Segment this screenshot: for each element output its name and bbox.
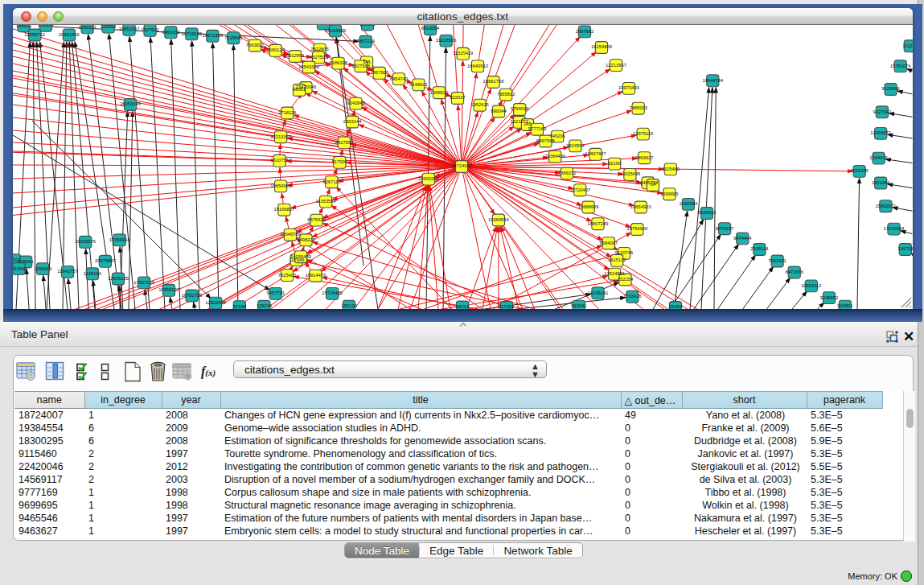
svg-text:662041: 662041 [571,303,586,308]
svg-text:10654112: 10654112 [801,283,821,288]
svg-text:1733426: 1733426 [623,294,642,299]
svg-text:20364436: 20364436 [544,154,565,159]
svg-text:14099489: 14099489 [290,254,311,259]
svg-text:12093872: 12093872 [870,130,891,135]
svg-text:19654923: 19654923 [630,204,651,209]
svg-text:11353594: 11353594 [315,199,336,204]
svg-text:1621064: 1621064 [872,180,890,185]
svg-text:9227342: 9227342 [873,109,892,114]
svg-text:62160: 62160 [608,161,621,166]
svg-text:6794028: 6794028 [511,106,529,111]
svg-text:8660124: 8660124 [266,47,285,52]
svg-text:8215955: 8215955 [850,168,869,173]
svg-text:16914479: 16914479 [305,273,326,278]
svg-text:111243: 111243 [903,43,913,48]
svg-text:7485003: 7485003 [629,105,647,110]
svg-text:3267110: 3267110 [322,179,340,184]
svg-text:17359914: 17359914 [109,237,131,242]
svg-text:2822605: 2822605 [310,47,329,51]
svg-text:7663822: 7663822 [246,43,265,47]
svg-text:15716485: 15716485 [322,290,343,295]
svg-text:7386372: 7386372 [558,171,577,175]
svg-text:8427552: 8427552 [335,140,354,145]
svg-text:9474444: 9474444 [733,236,752,241]
svg-text:6879197: 6879197 [716,226,734,231]
svg-text:7625402: 7625402 [278,273,297,278]
svg-text:7955812: 7955812 [497,92,515,97]
svg-text:9129966: 9129966 [881,86,900,91]
svg-text:210653: 210653 [101,25,116,29]
svg-text:1615132: 1615132 [608,257,626,262]
svg-text:9327508: 9327508 [351,64,370,68]
svg-text:16033809: 16033809 [325,28,346,33]
svg-text:18724007: 18724007 [451,163,472,168]
svg-text:924501: 924501 [837,303,852,308]
svg-text:10807487: 10807487 [585,151,606,156]
svg-text:9115460: 9115460 [662,167,680,171]
svg-text:8471676: 8471676 [785,270,803,274]
svg-text:1362615: 1362615 [470,102,489,107]
svg-text:13524851: 13524851 [604,271,625,276]
svg-text:19218506: 19218506 [436,38,457,43]
svg-text:283914: 283914 [38,25,54,27]
svg-text:19654985: 19654985 [270,183,291,188]
svg-text:1145194: 1145194 [84,271,102,276]
svg-text:517006: 517006 [332,159,347,164]
svg-text:7515546: 7515546 [224,35,243,40]
svg-text:15751074: 15751074 [890,64,912,68]
svg-text:10025438: 10025438 [620,171,641,176]
svg-text:9242843: 9242843 [347,101,365,105]
svg-text:16648784: 16648784 [702,78,724,83]
svg-text:12942757: 12942757 [57,269,78,274]
svg-text:8186328: 8186328 [329,60,347,65]
svg-text:9699695: 9699695 [660,192,679,196]
svg-text:16154808: 16154808 [591,44,612,49]
svg-text:12923446: 12923446 [205,300,226,305]
svg-text:20206576: 20206576 [75,239,96,244]
svg-text:12213369: 12213369 [270,134,291,139]
svg-text:12055712: 12055712 [24,32,45,37]
svg-text:3824554: 3824554 [566,143,585,148]
svg-text:9120746: 9120746 [615,250,634,255]
svg-text:1588520: 1588520 [430,90,449,95]
svg-text:8878334: 8878334 [307,217,326,222]
svg-text:14136141: 14136141 [588,290,609,295]
svg-text:2093719: 2093719 [314,25,333,26]
svg-text:10046786: 10046786 [280,232,301,237]
svg-text:8938923: 8938923 [698,210,717,215]
svg-text:12905135: 12905135 [108,276,129,281]
svg-text:20975887: 20975887 [95,258,116,263]
svg-text:391549: 391549 [13,266,27,271]
svg-text:10973493: 10973493 [618,85,639,90]
svg-text:10688609: 10688609 [578,204,599,209]
svg-text:129234: 129234 [257,303,273,308]
svg-text:184531: 184531 [16,25,31,28]
svg-text:12975115: 12975115 [633,131,653,136]
svg-text:1498222: 1498222 [297,237,315,242]
svg-text:1156819: 1156819 [34,266,51,271]
svg-text:20691406: 20691406 [59,32,80,37]
svg-text:1093117: 1093117 [79,25,97,30]
svg-text:19756928: 19756928 [626,226,647,231]
svg-text:2803144: 2803144 [343,119,362,124]
svg-text:252254: 252254 [618,277,634,282]
svg-text:18300295: 18300295 [418,176,439,181]
svg-text:921053: 921053 [359,25,375,27]
svg-text:18807249: 18807249 [588,221,609,226]
svg-text:9146821: 9146821 [409,82,428,87]
svg-text:2867608: 2867608 [371,70,389,75]
svg-text:64: 64 [651,182,656,187]
svg-text:12213967: 12213967 [606,63,626,68]
svg-text:9457791: 9457791 [266,290,285,295]
svg-text:1244415: 1244415 [869,155,888,160]
svg-text:8813054: 8813054 [421,26,440,31]
svg-text:2887682: 2887682 [576,29,594,34]
svg-text:10719155: 10719155 [182,31,203,36]
svg-text:19384554: 19384554 [488,217,510,222]
svg-text:16782759: 16782759 [182,293,203,298]
svg-text:9327505: 9327505 [310,55,328,60]
svg-text:6466160: 6466160 [162,30,180,35]
svg-text:835061: 835061 [18,259,33,264]
svg-text:9684067: 9684067 [600,241,618,245]
svg-text:16640910: 16640910 [467,64,488,68]
